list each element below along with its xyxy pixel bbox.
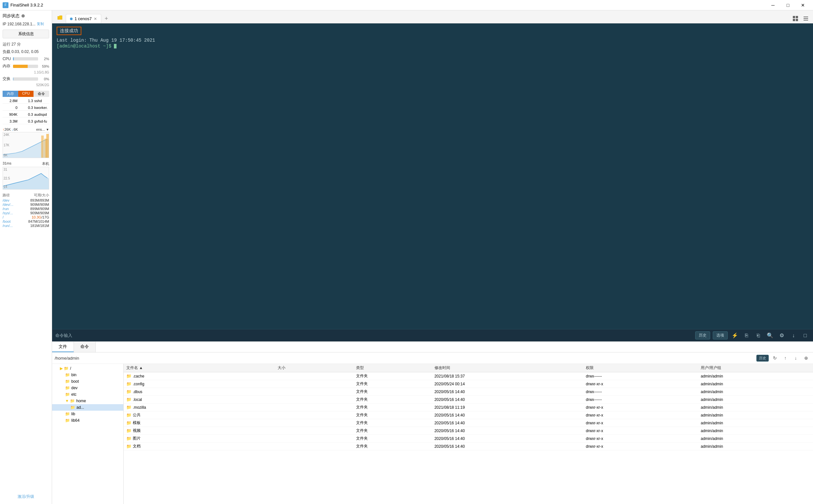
file-owner: admin/admin [698, 374, 813, 378]
tree-item-home[interactable]: ▼ 📁 home [52, 398, 123, 404]
add-tab-button[interactable]: + [102, 14, 111, 23]
swap-progress-fill [13, 77, 13, 81]
refresh-button[interactable]: ↻ [771, 354, 779, 362]
settings-button[interactable] [801, 14, 810, 23]
file-name: 📁 .local [124, 397, 275, 402]
mem-progress-fill [13, 65, 28, 68]
file-list-row[interactable]: 📁 图片 文件夹 2020/05/16 14:40 drwxr-xr-x adm… [124, 435, 813, 443]
file-list-row[interactable]: 📁 模板 文件夹 2020/05/16 14:40 drwxr-xr-x adm… [124, 419, 813, 427]
header-filename[interactable]: 文件名 ▲ [124, 365, 275, 371]
lightning-icon-button[interactable]: ⚡ [730, 331, 740, 340]
svg-rect-5 [793, 16, 795, 18]
sysinfo-button[interactable]: 系统信息 [3, 30, 49, 38]
file-owner: admin/admin [698, 390, 813, 394]
tree-item-lib[interactable]: 📁 lib [52, 411, 123, 417]
process-table-header: 内存 CPU 命令 [3, 91, 49, 97]
download-icon-button[interactable]: ↓ [789, 331, 798, 340]
disk-path: /run/... [3, 224, 13, 228]
cmd-input-field[interactable] [75, 333, 693, 338]
proc-cpu: 0.3 [18, 112, 34, 117]
tree-item-boot[interactable]: 📁 boot [52, 378, 123, 385]
svg-rect-8 [796, 19, 798, 21]
disk-size-header: 可用/大小 [34, 193, 49, 198]
file-folder-icon: 📁 [126, 397, 131, 402]
activate-button[interactable]: 激活/升级 [3, 492, 49, 501]
process-header-cpu[interactable]: CPU [18, 91, 34, 97]
proc-mem: 0 [3, 105, 18, 110]
process-row: 3.3M 0.3 gvfsd-fu [3, 119, 49, 124]
file-list-row[interactable]: 📁 公共 文件夹 2020/05/16 14:40 drwxr-xr-x adm… [124, 411, 813, 419]
swap-label: 交换 [3, 76, 12, 82]
copy-ip-button[interactable]: 复制 [37, 21, 44, 26]
file-owner: admin/admin [698, 444, 813, 449]
header-type[interactable]: 类型 [353, 365, 432, 371]
load-label: 负载 0.03, 0.02, 0.05 [3, 49, 49, 55]
cpu-value: 2% [39, 57, 49, 61]
paste-icon-button[interactable]: ⎗ [754, 331, 763, 340]
tree-item-root[interactable]: ▶ 📁 / [52, 365, 123, 372]
header-owner[interactable]: 用户/用户组 [698, 365, 813, 371]
tab-cenos7[interactable]: 1 cenos7 ✕ [66, 14, 101, 23]
upload-button[interactable]: ↑ [781, 354, 790, 362]
network-chart-labels: 24K 17K 8K [3, 132, 10, 158]
window-icon-button[interactable]: □ [801, 331, 810, 340]
gear-icon-button[interactable]: ⚙ [777, 331, 786, 340]
file-type: 文件夹 [353, 420, 432, 426]
file-list-row[interactable]: 📁 .cache 文件夹 2021/08/18 15:37 drwx------… [124, 372, 813, 380]
cpu-stat-row: CPU 2% [3, 57, 49, 61]
minimize-button[interactable]: ─ [766, 0, 780, 10]
maximize-button[interactable]: □ [780, 0, 795, 10]
file-perms: drwxr-xr-x [583, 413, 698, 418]
tab-command[interactable]: 命令 [74, 342, 96, 352]
tree-item-admin[interactable]: 📁 ad... [52, 404, 123, 411]
titlebar: F FinalShell 3.9.2.2 ─ □ ✕ [0, 0, 813, 10]
tree-item-etc[interactable]: 📁 etc [52, 391, 123, 398]
file-rows-container: 📁 .cache 文件夹 2021/08/18 15:37 drwx------… [124, 372, 813, 450]
file-list-row[interactable]: 📁 文档 文件夹 2020/05/16 14:40 drwxr-xr-x adm… [124, 443, 813, 450]
header-modified[interactable]: 修改时间 [432, 365, 583, 371]
tree-item-bin[interactable]: 📁 bin [52, 372, 123, 378]
close-button[interactable]: ✕ [795, 0, 810, 10]
file-name: 📁 .mozilla [124, 405, 275, 410]
options-button[interactable]: 选项 [713, 331, 728, 339]
tab-label: 1 cenos7 [74, 16, 92, 21]
view-toggle-button[interactable] [791, 14, 800, 23]
disk-row: / 10.3G/17G [3, 215, 49, 219]
disk-size: 893M/893M [30, 198, 49, 202]
file-list-row[interactable]: 📁 .dbus 文件夹 2020/05/16 14:40 drwx------ … [124, 388, 813, 396]
svg-rect-1 [41, 136, 44, 158]
folder-button[interactable] [55, 13, 65, 23]
history-button[interactable]: 历史 [695, 331, 710, 339]
terminal-area[interactable]: 连接成功 Last login: Thu Aug 19 17:50:45 202… [52, 23, 813, 329]
disk-row: /boot 847M/1014M [3, 219, 49, 223]
file-content: ▶ 📁 / 📁 bin 📁 boot [52, 364, 813, 504]
file-history-button[interactable]: 历史 [756, 355, 769, 362]
tree-label: etc [71, 392, 76, 397]
header-size[interactable]: 大小 [275, 365, 353, 371]
file-list-row[interactable]: 📁 .mozilla 文件夹 2021/08/18 11:19 drwxr-xr… [124, 404, 813, 411]
file-toolbar: /home/admin 历史 ↻ ↑ ↓ ⊕ [52, 352, 813, 364]
process-header-cmd[interactable]: 命令 [33, 91, 49, 97]
new-folder-button[interactable]: ⊕ [802, 354, 810, 362]
tree-item-lib64[interactable]: 📁 lib64 [52, 417, 123, 424]
header-perms[interactable]: 权限 [583, 365, 698, 371]
tree-item-dev[interactable]: 📁 dev [52, 385, 123, 391]
proc-mem: 3.3M [3, 119, 18, 124]
sync-label: 同步状态 [3, 13, 20, 19]
download-button[interactable]: ↓ [792, 354, 800, 362]
tree-label: ad... [76, 405, 84, 410]
search-icon-button[interactable]: 🔍 [766, 331, 775, 340]
process-header-mem[interactable]: 内存 [3, 91, 18, 97]
file-list-row[interactable]: 📁 .config 文件夹 2020/05/24 00:14 drwxr-xr-… [124, 380, 813, 388]
tab-file[interactable]: 文件 [52, 342, 74, 352]
tree-label: / [70, 366, 71, 371]
tab-close-button[interactable]: ✕ [94, 17, 97, 21]
folder-icon: 📁 [65, 373, 70, 377]
latency-area: 31ms 本机 31 22.5 14 [3, 161, 49, 190]
file-list-row[interactable]: 📁 .local 文件夹 2020/05/16 14:40 drwx------… [124, 396, 813, 404]
file-list-row[interactable]: 📁 视频 文件夹 2020/05/16 14:40 drwxr-xr-x adm… [124, 427, 813, 435]
network-chart: 24K 17K 8K [3, 132, 49, 158]
copy-icon-button[interactable]: ⎘ [742, 331, 751, 340]
tab-bar-left: 1 cenos7 ✕ + [55, 13, 111, 23]
latency-chart: 31 22.5 14 [3, 167, 49, 190]
